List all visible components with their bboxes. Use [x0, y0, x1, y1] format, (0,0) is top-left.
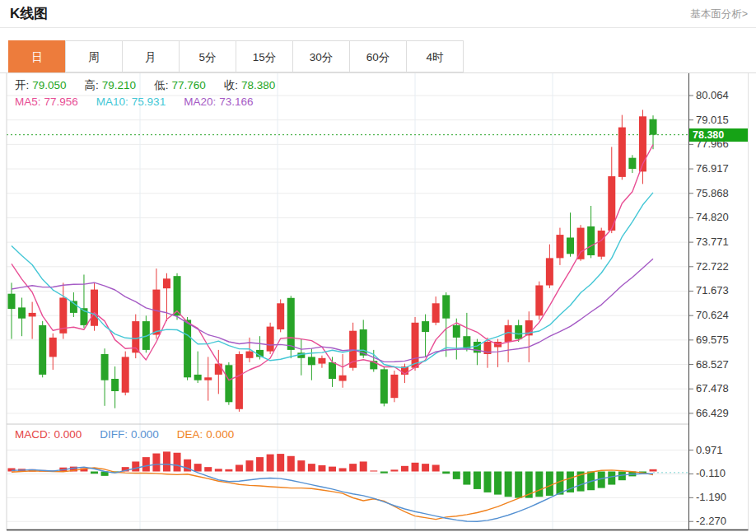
ma-value: 75.931 [132, 96, 166, 108]
candle [8, 294, 16, 309]
macd-axis-label: -0.110 [696, 467, 726, 479]
macd-label: DIFF: [100, 428, 128, 441]
candle [432, 303, 440, 322]
candle [546, 258, 553, 285]
candle [204, 377, 212, 380]
candle [442, 295, 450, 318]
tab-interval-6[interactable]: 60分 [349, 40, 407, 72]
candle [567, 237, 574, 254]
ohlc-label: 高: [85, 79, 99, 91]
ma5-line [12, 145, 653, 380]
ma-value: 73.166 [219, 96, 253, 108]
candle [577, 228, 585, 259]
candle [152, 290, 160, 335]
ohlc-label: 开: [15, 79, 29, 91]
ma10-line [12, 193, 653, 368]
candle [515, 325, 522, 339]
macd-bar [422, 464, 429, 471]
candle [91, 290, 98, 326]
macd-axis-label: -1.190 [696, 491, 726, 503]
macd-value: 0.000 [206, 428, 234, 441]
candle [39, 325, 46, 375]
price-axis-label: 76.917 [696, 162, 729, 175]
price-axis-label: 72.722 [696, 260, 729, 273]
tab-interval-3[interactable]: 5分 [179, 40, 236, 72]
macd-bar [267, 455, 274, 472]
macd-bar [225, 469, 232, 472]
price-axis-label: 67.478 [696, 382, 729, 394]
macd-bar [91, 472, 98, 474]
ma-label: MA5: [15, 96, 41, 108]
candle [215, 364, 222, 375]
macd-bar [432, 464, 440, 471]
macd-bar [474, 472, 481, 489]
price-axis-label: 68.527 [696, 358, 729, 371]
macd-label: DEA: [177, 428, 203, 441]
macd-bar [494, 472, 502, 495]
candle [267, 327, 274, 352]
macd-bar [339, 468, 347, 471]
tab-interval-0[interactable]: 日 [8, 40, 66, 72]
price-axis-label: 79.015 [696, 114, 729, 126]
macd-bar [505, 472, 512, 497]
ohlc-value: 79.050 [32, 79, 66, 91]
tab-interval-2[interactable]: 月 [122, 40, 180, 72]
current-price-badge: 78.380 [689, 128, 748, 142]
candle [18, 307, 26, 318]
macd-bar [650, 469, 657, 472]
macd-bar [152, 454, 160, 472]
candle [412, 323, 419, 368]
tabbar-divider [0, 72, 756, 73]
macd-bar [370, 470, 377, 471]
macd-bar [142, 457, 150, 471]
macd-legend: MACD:0.000DIFF:0.000DEA:0.000 [15, 428, 252, 441]
tab-interval-1[interactable]: 周 [65, 40, 123, 72]
candle [194, 375, 202, 380]
macd-bar [308, 464, 315, 471]
ohlc-value: 77.760 [171, 79, 205, 91]
tab-interval-5[interactable]: 30分 [292, 40, 350, 72]
macd-bar [215, 469, 222, 471]
candle [111, 379, 119, 391]
candle [277, 303, 284, 329]
price-axis-label: 71.673 [696, 284, 729, 296]
candle [380, 369, 388, 404]
macd-bar [390, 469, 398, 471]
candle [184, 320, 191, 377]
interval-tabbar: 日周月5分15分30分60分4时 [8, 40, 464, 72]
tab-interval-7[interactable]: 4时 [406, 40, 464, 72]
macd-bar [483, 472, 491, 492]
kline-page: K线图 基本面分析> 日周月5分15分30分60分4时 开:79.050高:79… [0, 0, 756, 532]
candle [339, 376, 347, 381]
price-axis-label: 74.820 [696, 211, 729, 223]
macd-bar [463, 472, 470, 485]
candle [598, 231, 605, 257]
candle [49, 338, 57, 357]
macd-bar [380, 472, 388, 474]
macd-bar [360, 461, 367, 471]
macd-bar [318, 465, 325, 471]
macd-value: 0.000 [54, 428, 82, 441]
candle [535, 286, 543, 316]
tab-interval-4[interactable]: 15分 [236, 40, 293, 72]
ohlc-value: 79.210 [102, 79, 136, 91]
macd-bar [349, 464, 357, 471]
macd-bar [412, 463, 419, 472]
macd-bar [442, 472, 450, 474]
macd-bar [132, 461, 139, 471]
macd-bar [535, 472, 543, 497]
price-axis-label: 70.624 [696, 309, 729, 321]
macd-bar [297, 460, 305, 471]
candle [245, 352, 253, 358]
candle [556, 235, 563, 258]
candle [390, 375, 398, 398]
macd-value: 0.000 [131, 428, 159, 441]
macd-axis-label: 0.971 [696, 444, 723, 456]
candle [618, 128, 626, 177]
price-axis-label: 69.575 [696, 334, 729, 346]
macd-bar [245, 460, 253, 471]
macd-bar [329, 467, 336, 472]
macd-bar [174, 453, 181, 472]
ohlc-value: 78.380 [241, 79, 275, 91]
candle [236, 354, 243, 409]
